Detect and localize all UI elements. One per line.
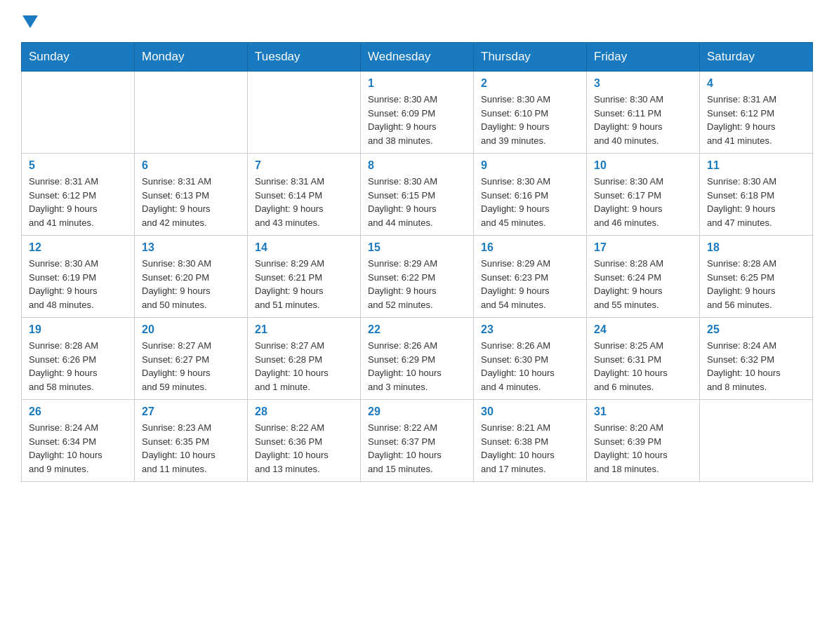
calendar-cell: [248, 72, 361, 154]
calendar-cell: 9Sunrise: 8:30 AM Sunset: 6:16 PM Daylig…: [474, 154, 587, 236]
day-info: Sunrise: 8:28 AM Sunset: 6:26 PM Dayligh…: [29, 339, 127, 394]
calendar-cell: 31Sunrise: 8:20 AM Sunset: 6:39 PM Dayli…: [587, 400, 700, 482]
day-info: Sunrise: 8:30 AM Sunset: 6:16 PM Dayligh…: [481, 175, 579, 229]
day-number: 15: [368, 241, 466, 254]
day-info: Sunrise: 8:30 AM Sunset: 6:10 PM Dayligh…: [481, 93, 579, 147]
day-info: Sunrise: 8:30 AM Sunset: 6:18 PM Dayligh…: [707, 175, 805, 229]
day-number: 8: [368, 159, 466, 172]
logo-arrow-icon: [22, 15, 38, 31]
day-number: 13: [142, 241, 240, 254]
day-number: 25: [707, 323, 805, 336]
day-number: 20: [142, 323, 240, 336]
day-info: Sunrise: 8:29 AM Sunset: 6:22 PM Dayligh…: [368, 257, 466, 311]
calendar-cell: 5Sunrise: 8:31 AM Sunset: 6:12 PM Daylig…: [22, 154, 135, 236]
calendar-cell: 20Sunrise: 8:27 AM Sunset: 6:27 PM Dayli…: [135, 318, 248, 400]
day-info: Sunrise: 8:26 AM Sunset: 6:30 PM Dayligh…: [481, 339, 579, 394]
calendar-cell: 14Sunrise: 8:29 AM Sunset: 6:21 PM Dayli…: [248, 236, 361, 318]
day-number: 30: [481, 405, 579, 418]
day-number: 17: [594, 241, 692, 254]
day-number: 16: [481, 241, 579, 254]
calendar-week-row: 1Sunrise: 8:30 AM Sunset: 6:09 PM Daylig…: [22, 72, 813, 154]
day-number: 9: [481, 159, 579, 172]
day-number: 18: [707, 241, 805, 254]
svg-marker-0: [22, 15, 38, 28]
day-number: 1: [368, 77, 466, 90]
calendar-cell: 15Sunrise: 8:29 AM Sunset: 6:22 PM Dayli…: [361, 236, 474, 318]
calendar-week-row: 26Sunrise: 8:24 AM Sunset: 6:34 PM Dayli…: [22, 400, 813, 482]
calendar-header-thursday: Thursday: [474, 43, 587, 72]
day-info: Sunrise: 8:29 AM Sunset: 6:23 PM Dayligh…: [481, 257, 579, 311]
day-info: Sunrise: 8:21 AM Sunset: 6:38 PM Dayligh…: [481, 421, 579, 476]
day-info: Sunrise: 8:31 AM Sunset: 6:12 PM Dayligh…: [707, 93, 805, 147]
day-number: 12: [29, 241, 127, 254]
day-number: 19: [29, 323, 127, 336]
calendar-cell: 18Sunrise: 8:28 AM Sunset: 6:25 PM Dayli…: [700, 236, 813, 318]
day-info: Sunrise: 8:30 AM Sunset: 6:09 PM Dayligh…: [368, 93, 466, 147]
calendar-cell: 8Sunrise: 8:30 AM Sunset: 6:15 PM Daylig…: [361, 154, 474, 236]
day-info: Sunrise: 8:30 AM Sunset: 6:17 PM Dayligh…: [594, 175, 692, 229]
day-number: 4: [707, 77, 805, 90]
calendar-cell: 16Sunrise: 8:29 AM Sunset: 6:23 PM Dayli…: [474, 236, 587, 318]
calendar-cell: 19Sunrise: 8:28 AM Sunset: 6:26 PM Dayli…: [22, 318, 135, 400]
day-info: Sunrise: 8:27 AM Sunset: 6:28 PM Dayligh…: [255, 339, 353, 394]
calendar-cell: 12Sunrise: 8:30 AM Sunset: 6:19 PM Dayli…: [22, 236, 135, 318]
day-info: Sunrise: 8:25 AM Sunset: 6:31 PM Dayligh…: [594, 339, 692, 394]
day-info: Sunrise: 8:27 AM Sunset: 6:27 PM Dayligh…: [142, 339, 240, 394]
calendar-week-row: 12Sunrise: 8:30 AM Sunset: 6:19 PM Dayli…: [22, 236, 813, 318]
calendar-header-saturday: Saturday: [700, 43, 813, 72]
calendar-header-monday: Monday: [135, 43, 248, 72]
calendar-header-friday: Friday: [587, 43, 700, 72]
calendar-cell: 2Sunrise: 8:30 AM Sunset: 6:10 PM Daylig…: [474, 72, 587, 154]
calendar-week-row: 5Sunrise: 8:31 AM Sunset: 6:12 PM Daylig…: [22, 154, 813, 236]
day-info: Sunrise: 8:31 AM Sunset: 6:14 PM Dayligh…: [255, 175, 353, 229]
day-info: Sunrise: 8:28 AM Sunset: 6:24 PM Dayligh…: [594, 257, 692, 311]
calendar-cell: [700, 400, 813, 482]
day-info: Sunrise: 8:23 AM Sunset: 6:35 PM Dayligh…: [142, 421, 240, 476]
calendar-cell: 3Sunrise: 8:30 AM Sunset: 6:11 PM Daylig…: [587, 72, 700, 154]
day-number: 26: [29, 405, 127, 418]
calendar-cell: 27Sunrise: 8:23 AM Sunset: 6:35 PM Dayli…: [135, 400, 248, 482]
calendar-header-sunday: Sunday: [22, 43, 135, 72]
calendar-cell: 4Sunrise: 8:31 AM Sunset: 6:12 PM Daylig…: [700, 72, 813, 154]
day-number: 3: [594, 77, 692, 90]
day-info: Sunrise: 8:30 AM Sunset: 6:15 PM Dayligh…: [368, 175, 466, 229]
calendar-cell: [135, 72, 248, 154]
day-number: 6: [142, 159, 240, 172]
calendar-cell: 13Sunrise: 8:30 AM Sunset: 6:20 PM Dayli…: [135, 236, 248, 318]
day-number: 22: [368, 323, 466, 336]
day-info: Sunrise: 8:31 AM Sunset: 6:12 PM Dayligh…: [29, 175, 127, 229]
day-number: 28: [255, 405, 353, 418]
calendar-cell: 29Sunrise: 8:22 AM Sunset: 6:37 PM Dayli…: [361, 400, 474, 482]
calendar-cell: 24Sunrise: 8:25 AM Sunset: 6:31 PM Dayli…: [587, 318, 700, 400]
day-info: Sunrise: 8:24 AM Sunset: 6:34 PM Dayligh…: [29, 421, 127, 476]
day-info: Sunrise: 8:31 AM Sunset: 6:13 PM Dayligh…: [142, 175, 240, 229]
day-number: 2: [481, 77, 579, 90]
calendar-header-tuesday: Tuesday: [248, 43, 361, 72]
calendar-cell: 26Sunrise: 8:24 AM Sunset: 6:34 PM Dayli…: [22, 400, 135, 482]
day-info: Sunrise: 8:29 AM Sunset: 6:21 PM Dayligh…: [255, 257, 353, 311]
day-number: 11: [707, 159, 805, 172]
day-number: 27: [142, 405, 240, 418]
logo: [21, 14, 80, 28]
day-info: Sunrise: 8:24 AM Sunset: 6:32 PM Dayligh…: [707, 339, 805, 394]
day-number: 24: [594, 323, 692, 336]
calendar-cell: 1Sunrise: 8:30 AM Sunset: 6:09 PM Daylig…: [361, 72, 474, 154]
day-number: 14: [255, 241, 353, 254]
calendar-cell: 21Sunrise: 8:27 AM Sunset: 6:28 PM Dayli…: [248, 318, 361, 400]
calendar-cell: 6Sunrise: 8:31 AM Sunset: 6:13 PM Daylig…: [135, 154, 248, 236]
calendar-cell: 23Sunrise: 8:26 AM Sunset: 6:30 PM Dayli…: [474, 318, 587, 400]
calendar-cell: [22, 72, 135, 154]
calendar-cell: 10Sunrise: 8:30 AM Sunset: 6:17 PM Dayli…: [587, 154, 700, 236]
page-header: [21, 14, 813, 28]
calendar-cell: 28Sunrise: 8:22 AM Sunset: 6:36 PM Dayli…: [248, 400, 361, 482]
day-info: Sunrise: 8:30 AM Sunset: 6:11 PM Dayligh…: [594, 93, 692, 147]
calendar-cell: 11Sunrise: 8:30 AM Sunset: 6:18 PM Dayli…: [700, 154, 813, 236]
calendar-header-row: SundayMondayTuesdayWednesdayThursdayFrid…: [22, 43, 813, 72]
day-number: 5: [29, 159, 127, 172]
calendar-cell: 25Sunrise: 8:24 AM Sunset: 6:32 PM Dayli…: [700, 318, 813, 400]
day-info: Sunrise: 8:30 AM Sunset: 6:20 PM Dayligh…: [142, 257, 240, 311]
day-info: Sunrise: 8:22 AM Sunset: 6:36 PM Dayligh…: [255, 421, 353, 476]
day-number: 29: [368, 405, 466, 418]
calendar-cell: 7Sunrise: 8:31 AM Sunset: 6:14 PM Daylig…: [248, 154, 361, 236]
day-number: 23: [481, 323, 579, 336]
